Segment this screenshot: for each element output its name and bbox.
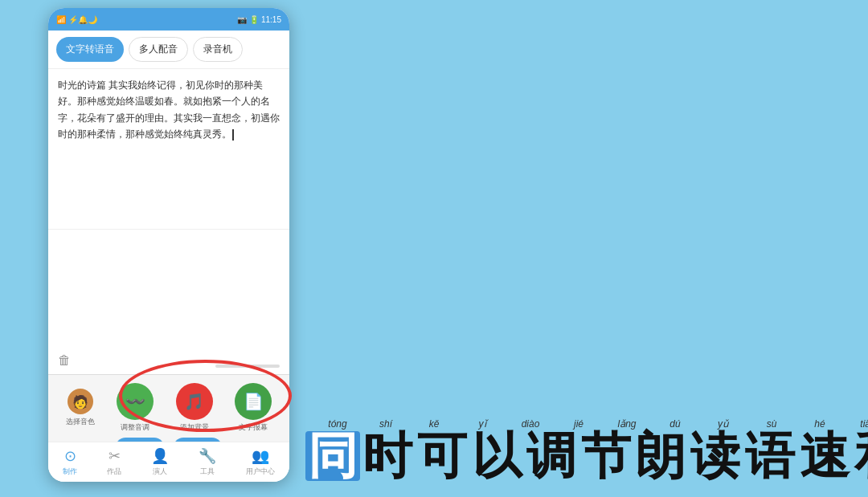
status-right: 📷 🔋 11:15	[237, 15, 281, 24]
camera-icon: 📷	[237, 15, 247, 24]
status-left: 📶 ⚡🔔🌙	[56, 15, 97, 24]
poem-text: 时光的诗篇 其实我始终记得，初见你时的那种美好。那种感觉始终温暖如春。就如抱紧一…	[58, 79, 280, 140]
chinese-big-char-8: 语	[743, 431, 797, 481]
chinese-big-char-6: 朗	[633, 431, 688, 481]
chinese-big-char-0: 同	[305, 431, 360, 481]
text-content-area[interactable]: 时光的诗篇 其实我始终记得，初见你时的那种美好。那种感觉始终温暖如春。就如抱紧一…	[48, 69, 289, 230]
phone-frame: 📶 ⚡🔔🌙 📷 🔋 11:15 文字转语音 多人配音 录音机 时光的诗篇 其实我…	[48, 8, 289, 482]
scroll-space: 🗑	[48, 230, 289, 374]
action-item-music[interactable]: 🎵 添加背景	[176, 383, 213, 433]
tab-recorder[interactable]: 录音机	[193, 37, 243, 62]
chinese-big-row: 同时可以调节朗读语速和添加背景音乐	[305, 431, 868, 481]
notification-icons: ⚡🔔🌙	[68, 15, 97, 24]
doc-icon[interactable]: 📄	[235, 383, 272, 420]
music-icon[interactable]: 🎵	[176, 383, 213, 420]
tools-label: 工具	[200, 466, 215, 477]
create-label: 制作	[63, 466, 77, 477]
works-label: 作品	[107, 466, 121, 477]
bottom-nav: ⊙ 制作 ✂ 作品 👤 演人 🔧 工具 👥 用户中心	[48, 442, 289, 482]
nav-works[interactable]: ✂ 作品	[107, 447, 121, 477]
chinese-big-char-2: 可	[415, 431, 469, 481]
chinese-big-char-4: 调	[524, 431, 579, 481]
tab-multi-voice[interactable]: 多人配音	[129, 37, 188, 62]
nav-user[interactable]: 👥 用户中心	[246, 447, 275, 477]
action-item-doc[interactable]: 📄 文字报幕	[235, 383, 272, 433]
create-icon: ⊙	[64, 447, 76, 465]
nav-tools[interactable]: 🔧 工具	[199, 447, 216, 477]
chinese-big-char-10: 和	[852, 431, 868, 481]
wave-label: 调整音调	[121, 422, 149, 433]
action-icons-row: 🧑 选择音色 〰️ 调整音调 🎵 添加背景 📄 文字报幕	[55, 383, 283, 433]
action-item-avatar: 🧑 选择音色	[66, 389, 95, 427]
doc-label: 文字报幕	[239, 422, 268, 433]
progress-bar	[215, 365, 280, 368]
avatar-label: 选择音色	[66, 417, 95, 427]
nav-actor[interactable]: 👤 演人	[151, 447, 169, 477]
actor-icon: 👤	[151, 447, 169, 465]
tools-icon: 🔧	[199, 447, 216, 465]
works-icon: ✂	[108, 447, 121, 465]
status-bar: 📶 ⚡🔔🌙 📷 🔋 11:15	[48, 8, 289, 31]
avatar-icon: 🧑	[68, 389, 93, 414]
time-display: 11:15	[261, 15, 281, 24]
chinese-big-char-7: 读	[688, 431, 743, 481]
action-item-wave[interactable]: 〰️ 调整音调	[117, 383, 154, 433]
user-icon: 👥	[252, 447, 269, 465]
user-label: 用户中心	[246, 466, 275, 477]
music-label: 添加背景	[180, 422, 209, 433]
big-text-overlay: tóngshíkěyǐdiàojiélǎngdúyǔsùhétiānjiābèi…	[305, 418, 868, 481]
chinese-big-char-3: 以	[469, 431, 524, 481]
chinese-big-char-9: 速	[797, 431, 852, 481]
chinese-big-char-5: 节	[579, 431, 633, 481]
actor-label: 演人	[153, 466, 167, 477]
nav-create[interactable]: ⊙ 制作	[63, 447, 77, 477]
tab-bar: 文字转语音 多人配音 录音机	[48, 31, 289, 69]
text-cursor	[232, 129, 234, 141]
wave-icon[interactable]: 〰️	[117, 383, 154, 420]
delete-icon[interactable]: 🗑	[58, 353, 71, 368]
tab-text-to-speech[interactable]: 文字转语音	[56, 37, 124, 62]
chinese-big-char-1: 时	[360, 431, 415, 481]
signal-icon: 📶	[56, 15, 66, 24]
battery-icon: 🔋	[249, 15, 259, 24]
